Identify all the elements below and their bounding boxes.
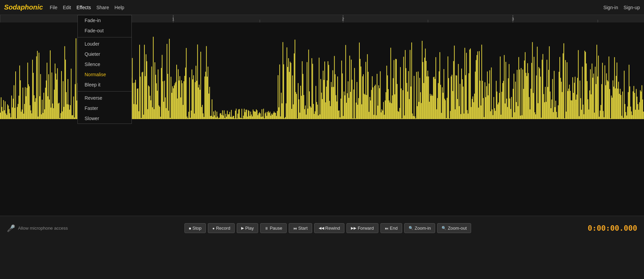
start-button[interactable]: ⏮ Start — [289, 223, 312, 233]
nav-help[interactable]: Help — [114, 5, 124, 10]
effects-fade-out[interactable]: Fade-out — [78, 26, 131, 36]
effects-slower[interactable]: Slower — [78, 113, 131, 124]
svg-text:3: 3 — [512, 17, 514, 21]
nav-file[interactable]: File — [50, 5, 57, 10]
dropdown-divider-1 — [78, 37, 131, 37]
nav-share[interactable]: Share — [96, 5, 109, 10]
nav-effects[interactable]: Effects — [76, 5, 91, 10]
effects-normalise[interactable]: Normalise — [78, 69, 131, 80]
dropdown-divider-2 — [78, 91, 131, 92]
end-label: End — [390, 226, 398, 231]
effects-dropdown: Fade-in Fade-out Louder Quieter Silence … — [77, 15, 132, 124]
zoom-in-button[interactable]: 🔍 Zoom-in — [404, 223, 435, 233]
mic-access-text[interactable]: Allow microphone access — [18, 226, 68, 231]
pause-button[interactable]: ⏸ Pause — [260, 223, 287, 233]
effects-reverse[interactable]: Reverse — [78, 93, 131, 103]
rewind-icon: ◀◀ — [319, 226, 324, 230]
pause-label: Pause — [270, 226, 282, 231]
forward-label: Forward — [358, 226, 374, 231]
svg-rect-19 — [0, 119, 644, 216]
effects-bleep-it[interactable]: Bleep it — [78, 80, 131, 90]
record-button[interactable]: ● Record — [208, 223, 235, 233]
timer-value: 0:00:00.000 — [588, 224, 637, 232]
stop-icon: ■ — [189, 226, 191, 230]
play-label: Play — [245, 226, 254, 231]
svg-text:1: 1 — [172, 17, 174, 21]
zoom-in-label: Zoom-in — [415, 226, 431, 231]
rewind-button[interactable]: ◀◀ Rewind — [314, 223, 344, 233]
rewind-label: Rewind — [325, 226, 340, 231]
forward-button[interactable]: ▶▶ Forward — [346, 223, 378, 233]
timer-display: 0:00:00.000 — [588, 224, 637, 232]
signin-link[interactable]: Sign-in — [603, 5, 618, 10]
effects-fade-in[interactable]: Fade-in — [78, 15, 131, 26]
svg-text:2: 2 — [342, 17, 344, 21]
zoom-in-icon: 🔍 — [409, 226, 413, 230]
start-icon: ⏮ — [293, 226, 297, 230]
signup-link[interactable]: Sign-up — [624, 5, 640, 10]
microphone-icon: 🎤 — [7, 224, 15, 232]
transport-controls: ■ Stop ● Record ▶ Play ⏸ Pause ⏮ Start ◀… — [184, 223, 471, 233]
pause-icon: ⏸ — [265, 226, 268, 230]
start-label: Start — [298, 226, 307, 231]
zoom-out-button[interactable]: 🔍 Zoom-out — [437, 223, 471, 233]
end-icon: ⏭ — [385, 226, 389, 230]
header: Sodaphonic File Edit Effects Share Help … — [0, 0, 644, 15]
stop-label: Stop — [193, 226, 202, 231]
end-button[interactable]: ⏭ End — [380, 223, 402, 233]
app-logo: Sodaphonic — [4, 3, 43, 11]
effects-silence[interactable]: Silence — [78, 59, 131, 69]
mic-section: 🎤 Allow microphone access — [7, 224, 68, 232]
play-icon: ▶ — [241, 226, 244, 230]
record-icon: ● — [212, 226, 215, 230]
effects-louder[interactable]: Louder — [78, 39, 131, 49]
play-button[interactable]: ▶ Play — [237, 223, 258, 233]
bottom-waveform-group — [0, 119, 644, 216]
stop-button[interactable]: ■ Stop — [184, 223, 206, 233]
bottom-toolbar: 🎤 Allow microphone access ■ Stop ● Recor… — [0, 216, 644, 240]
zoom-out-label: Zoom-out — [448, 226, 467, 231]
nav-edit[interactable]: Edit — [63, 5, 71, 10]
zoom-out-icon: 🔍 — [442, 226, 446, 230]
auth-section: Sign-in Sign-up — [603, 5, 640, 10]
record-label: Record — [216, 226, 230, 231]
effects-faster[interactable]: Faster — [78, 103, 131, 113]
forward-icon: ▶▶ — [351, 226, 356, 230]
effects-quieter[interactable]: Quieter — [78, 49, 131, 59]
